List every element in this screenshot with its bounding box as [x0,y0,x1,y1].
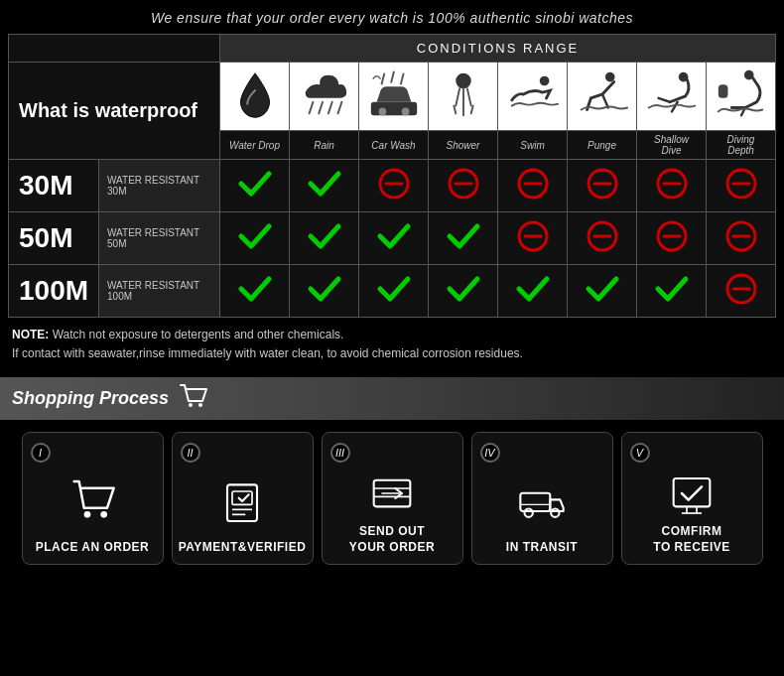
100m-rain-check [290,265,359,318]
step-5-num: V [630,443,650,463]
svg-rect-7 [370,102,416,116]
50m-car-wash-check [359,212,429,265]
svg-rect-62 [674,478,711,506]
50m-shower-check [429,212,498,265]
svg-point-18 [604,72,614,82]
level-30m: 30M [9,160,99,212]
label-plunge: Punge [568,131,637,160]
30m-car-wash-cross [359,160,429,212]
svg-point-16 [539,76,549,86]
icon-swim [498,63,568,131]
payment-verified-icon [217,476,267,526]
note-text: Watch not exposure to detergents and oth… [49,328,343,341]
row-50m: 50M WATER RESISTANT 50M [9,212,776,265]
row-100m: 100M WATER RESISTANT 100M [9,265,776,318]
svg-rect-58 [520,493,550,511]
50m-rain-check [290,212,359,265]
step-1-num: I [31,443,51,463]
desc-50m: WATER RESISTANT 50M [99,212,220,265]
100m-diving-cross [707,265,776,318]
50m-shallow-cross [637,212,707,265]
step-2-header: II [181,443,305,463]
step-4-num: IV [480,443,500,463]
step-1-label: PLACE AN ORDER [36,540,150,556]
conditions-range-label: CONDITIONS RANGE [220,35,776,63]
svg-point-59 [525,509,533,517]
conditions-range-row: CONDITIONS RANGE [9,35,776,63]
level-50m: 50M [9,212,99,265]
svg-point-14 [456,73,470,88]
100m-swim-check [498,265,568,318]
label-rain: Rain [290,131,359,160]
step-1-icon-area [67,469,117,534]
step-2-label: PAYMENT&VERIFIED [179,540,307,556]
30m-plunge-cross [568,160,637,212]
tagline-text: We ensure that your order every watch is… [151,10,633,26]
30m-diving-cross [707,160,776,212]
step-3-box: III SEND OUT YOUR ORDER [322,432,463,564]
label-water-drop: Water Drop [220,131,290,160]
level-100m: 100M [9,265,99,318]
30m-swim-cross [498,160,568,212]
svg-rect-19 [643,66,701,123]
step-1-box: I PLACE AN ORDER [22,432,164,564]
svg-point-60 [551,509,559,517]
in-transit-icon [517,476,567,526]
icon-rain [290,63,359,131]
icon-shower [429,63,498,131]
step-3-label: SEND OUT YOUR ORDER [349,524,435,555]
note-section: NOTE: Watch not exposure to detergents a… [0,318,784,371]
waterproof-table: CONDITIONS RANGE What is waterproof [8,34,776,318]
rain-icon [296,66,353,123]
desc-100m: WATER RESISTANT 100M [99,265,220,318]
label-shallow-dive: ShallowDive [637,131,707,160]
step-4-label: IN TRANSIT [506,540,578,556]
100m-water-drop-check [220,265,290,318]
shopping-process-title: Shopping Process [12,388,169,409]
cart-icon-bar [179,383,208,414]
svg-rect-51 [232,491,252,504]
shower-icon [435,66,492,123]
step-2-num: II [181,443,200,463]
step-3-num: III [330,443,350,463]
30m-rain-check [290,160,359,212]
waterproof-section: CONDITIONS RANGE What is waterproof [8,34,776,318]
icon-diving-depth [707,63,776,131]
svg-point-8 [378,108,386,116]
note-label: NOTE: [12,328,49,341]
note-line2: If contact with seawater,rinse immediate… [12,346,523,360]
what-is-waterproof-label: What is waterproof [19,99,197,121]
desc-30m: WATER RESISTANT 30M [99,160,220,212]
plunge-icon [574,66,631,123]
diving-depth-icon [713,66,770,123]
label-diving-depth: DivingDepth [707,131,776,160]
100m-plunge-check [568,265,637,318]
label-car-wash: Car Wash [359,131,429,160]
icon-plunge [568,63,637,131]
car-wash-icon [365,66,423,123]
30m-water-drop-check [220,160,290,212]
svg-rect-15 [504,66,562,123]
svg-point-49 [100,511,107,518]
steps-container: I PLACE AN ORDER II PAYMENT&VERIFIED [0,420,784,576]
row-30m: 30M WATER RESISTANT 30M [9,160,776,212]
icon-row: What is waterproof [9,63,776,131]
shallow-dive-icon [643,66,701,123]
30m-shower-cross [429,160,498,212]
step-4-header: IV [480,443,604,463]
label-shower: Shower [429,131,498,160]
svg-rect-23 [718,84,727,98]
50m-water-drop-check [220,212,290,265]
step-5-box: V COMFIRM TO RECEIVE [621,432,763,564]
swim-icon [504,66,562,123]
water-drop-icon [226,66,284,123]
step-1-header: I [31,443,155,463]
step-5-label: COMFIRM TO RECEIVE [653,524,729,555]
step-3-header: III [330,443,455,463]
svg-point-46 [189,403,193,407]
step-2-icon-area [217,469,267,534]
place-order-icon [67,476,117,526]
send-out-icon [367,469,417,518]
svg-point-9 [401,108,409,116]
step-2-box: II PAYMENT&VERIFIED [172,432,314,564]
